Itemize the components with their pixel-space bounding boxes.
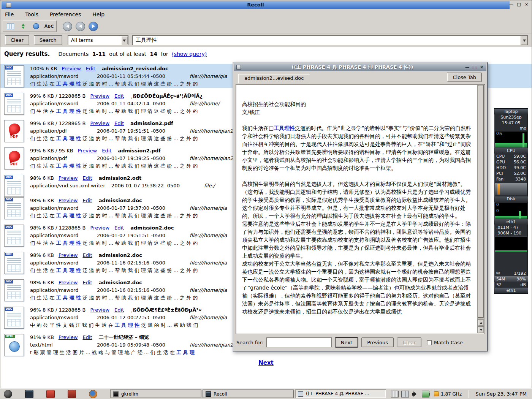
edit-link[interactable]: Edit: [82, 198, 92, 203]
edit-link[interactable]: Edit: [82, 252, 92, 258]
preview-window: ((工 PHRASE 4 具 PHRASE 4 理 PHRASE 4 性)) —…: [233, 62, 488, 352]
preview-link[interactable]: Preview: [90, 93, 109, 99]
table-display-icon[interactable]: [5, 22, 15, 31]
maximize-icon[interactable]: □: [471, 64, 478, 71]
match-case-checkbox[interactable]: [427, 340, 432, 345]
task-button-gkrellm[interactable]: gkrellm: [110, 390, 201, 398]
preview-link[interactable]: Preview: [59, 252, 78, 258]
edit-link[interactable]: Edit: [86, 66, 95, 71]
battery-tray-icon[interactable]: [422, 391, 429, 397]
scrollbar-thumb[interactable]: [478, 85, 484, 318]
result-date: 2006-01-12 00:27:53 -0500: [97, 314, 184, 321]
first-page-button[interactable]: [63, 22, 72, 31]
preview-link[interactable]: Preview: [90, 120, 109, 126]
preview-document-text: 高校招生的社会功能和目的文/钱江我们生活在□工具理性泛滥的时代。作为“世之显学”…: [237, 85, 477, 333]
window-menu-icon[interactable]: [6, 3, 11, 8]
preview-text-line: 需要注意的是这些毕业后在社会上能成功发展的学生并不一定是在大学里学习成绩最好的学…: [242, 220, 473, 260]
edit-link[interactable]: Edit: [82, 334, 92, 340]
preview-scrollbar[interactable]: [477, 85, 484, 333]
menu-help[interactable]: Help: [92, 11, 104, 17]
preview-tab[interactable]: admission2...evised.doc: [238, 74, 310, 83]
edit-link[interactable]: Edit: [114, 307, 124, 313]
scroll-down-icon[interactable]: [478, 326, 484, 333]
firefox-launcher-icon[interactable]: [89, 390, 97, 398]
task-button-recoll[interactable]: Recoll: [203, 390, 294, 398]
net-readout: .011M - 47: [494, 225, 528, 230]
task-label: ((工 PHRASE 4 具 PHRASE ...: [306, 391, 369, 397]
close-icon[interactable]: ×: [523, 2, 530, 8]
search-button[interactable]: Search: [34, 35, 62, 45]
next-page-button[interactable]: [89, 22, 98, 31]
volume-monitor: 52 dB: [494, 282, 528, 288]
edit-link[interactable]: Edit: [114, 93, 124, 99]
volume-tray-icon[interactable]: [412, 391, 419, 397]
menu-file[interactable]: File: [5, 11, 14, 17]
preview-link[interactable]: Preview: [90, 307, 109, 313]
app-menu-launcher-icon[interactable]: [4, 390, 12, 398]
text-editor-launcher-icon[interactable]: [68, 390, 76, 398]
edit-link[interactable]: Edit: [114, 120, 124, 126]
media-player-launcher-icon[interactable]: [46, 390, 55, 398]
gkrellm-hostname[interactable]: laptop: [494, 109, 528, 114]
show-query-link[interactable]: (show query): [172, 51, 207, 57]
search-input[interactable]: [132, 35, 528, 45]
scroll-up-icon[interactable]: [478, 319, 484, 326]
task-button-preview[interactable]: ((工 PHRASE 4 具 PHRASE ...: [295, 390, 386, 398]
results-count-mid: out of at least: [109, 51, 146, 57]
preview-link[interactable]: Preview: [59, 280, 78, 285]
preview-link[interactable]: Preview: [59, 175, 78, 181]
edit-link[interactable]: Edit: [82, 175, 92, 181]
minimize-icon[interactable]: —: [508, 2, 515, 8]
clear-button[interactable]: Clear: [5, 35, 29, 45]
terminal-launcher-icon[interactable]: [25, 390, 33, 398]
sort-parameters-icon[interactable]: [18, 22, 28, 31]
find-previous-button[interactable]: Previous: [361, 337, 394, 347]
preview-link[interactable]: Preview: [59, 198, 78, 203]
abc-icon-label: ÂbĈ: [44, 24, 54, 29]
edit-link[interactable]: Edit: [82, 280, 92, 285]
term-explorer-icon[interactable]: ÂbĈ: [44, 22, 54, 31]
search-history-chevron-icon[interactable]: [521, 36, 527, 45]
gkrellm-krell-panel[interactable]: [495, 183, 527, 195]
prev-page-button[interactable]: [76, 22, 85, 31]
edit-link[interactable]: Edit: [114, 225, 124, 231]
close-icon[interactable]: ×: [478, 64, 485, 71]
close-tab-button[interactable]: Close Tab: [447, 73, 482, 82]
gkrellm-monitor[interactable]: laptop Sun23Sep 15:47 05 mo 0% CPU CPU59…: [494, 108, 528, 294]
preview-link[interactable]: Preview: [59, 334, 78, 340]
edit-link[interactable]: Edit: [102, 148, 111, 154]
result-date: 2006-01-07 19:39:25 -0500: [97, 155, 184, 162]
preview-titlebar[interactable]: ((工 PHRASE 4 具 PHRASE 4 理 PHRASE 4 性)) —…: [234, 63, 486, 71]
menu-tools[interactable]: Tools: [25, 11, 38, 17]
history-icon[interactable]: [31, 22, 41, 31]
result-date: 2006-01-11 05:54:44 -0500: [97, 73, 184, 80]
preview-link[interactable]: Preview: [62, 66, 81, 71]
next-page-link[interactable]: Next: [258, 359, 274, 366]
maximize-icon[interactable]: □: [516, 2, 522, 8]
find-clear-button[interactable]: Clear: [397, 337, 421, 347]
preview-window-icon[interactable]: [236, 65, 241, 70]
temp-readout: Fan3348: [494, 176, 528, 182]
preview-content[interactable]: 高校招生的社会功能和目的文/钱江我们生活在□工具理性泛滥的时代。作为“世之显学”…: [236, 84, 485, 334]
search-mode-select[interactable]: All terms: [68, 35, 128, 45]
keyboard-tray-icon[interactable]: [391, 391, 399, 397]
menu-preferences[interactable]: Preferences: [50, 11, 81, 17]
preview-link[interactable]: Preview: [90, 225, 109, 231]
find-next-button[interactable]: Next: [335, 337, 358, 347]
find-input[interactable]: [266, 337, 332, 347]
temp-readout: HDD39.0C: [494, 165, 528, 171]
recoll-titlebar[interactable]: Recoll: [2, 1, 510, 9]
result-mimetype: application/msword: [30, 73, 91, 80]
query-term-highlight: 工 具 理 性: [56, 81, 81, 87]
result-date: 2006-01-19 05:09:48 -0500: [97, 341, 184, 349]
preview-window-title: ((工 PHRASE 4 具 PHRASE 4 理 PHRASE 4 性)): [241, 64, 464, 71]
result-url: file:///home/qian2/fi: [190, 155, 238, 161]
taskbar-clock[interactable]: Sun Sep 23, 3:47 PM: [469, 390, 532, 398]
disk-chart: 0 0: [495, 202, 527, 219]
taskbar: gkrellmRecoll((工 PHRASE 4 具 PHRASE ... 1…: [0, 388, 532, 399]
minimize-icon[interactable]: —: [464, 64, 470, 71]
layout-grid-tray-icon[interactable]: [401, 391, 409, 397]
query-term-highlight: 工 具 理: [176, 350, 195, 355]
result-mimetype: application/msword: [30, 100, 91, 108]
preview-link[interactable]: Preview: [78, 148, 97, 154]
